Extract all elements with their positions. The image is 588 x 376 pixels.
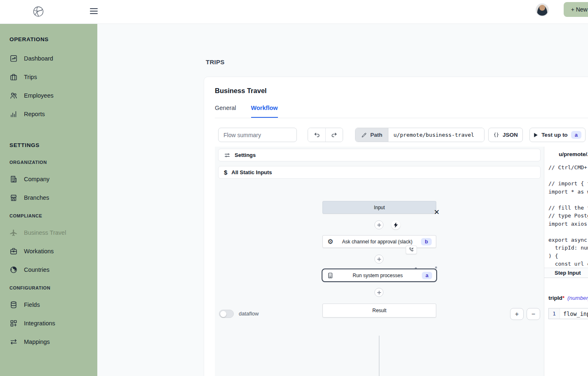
sidebar-item-mappings[interactable]: Mappings	[9, 337, 97, 347]
sidebar-item-label: Company	[24, 176, 49, 182]
sidebar-item-integrations[interactable]: Integrations	[9, 318, 97, 328]
flow-node-input[interactable]: Input	[322, 201, 436, 214]
user-avatar[interactable]	[536, 3, 549, 16]
app-root: + New Wor OPERATIONS Dashboard Trips Emp…	[0, 0, 588, 376]
sidebar-item-label: Employees	[24, 92, 54, 99]
path-input[interactable]	[388, 128, 484, 142]
plus-icon	[377, 223, 381, 227]
expr-editor[interactable]: 1 flow_input.tripId	[548, 308, 588, 319]
test-up-to-button[interactable]: Test up to a	[529, 128, 586, 142]
sidebar-item-employees[interactable]: Employees	[9, 91, 97, 100]
sidebar-subheading-organization: ORGANIZATION	[9, 160, 97, 165]
zoom-in-button[interactable]: +	[510, 308, 524, 320]
step-path: u/premote/...	[559, 151, 588, 157]
step-badge: a	[571, 131, 581, 139]
dataflow-toggle-label: dataflow	[239, 311, 259, 317]
plus-icon	[377, 290, 381, 295]
sidebar-item-trips[interactable]: Trips	[9, 72, 97, 82]
path-field-group: Path	[355, 128, 485, 142]
sidebar-subheading-compliance: COMPLIANCE	[9, 213, 97, 218]
sidebar-item-countries[interactable]: Countries	[9, 265, 97, 275]
dollar-icon: $	[224, 169, 227, 176]
step-panel-tabs: Step Input Test this step Advanced	[544, 268, 588, 278]
sidebar-item-label: Trips	[24, 74, 37, 80]
sidebar-item-branches[interactable]: Branches	[9, 193, 97, 203]
flow-node-result[interactable]: Result	[322, 304, 436, 318]
page-tabs: General Workflow	[215, 105, 278, 118]
editor-header: u/premote/... hash	[544, 147, 588, 161]
sidebar-item-fields[interactable]: Fields	[9, 300, 97, 310]
step-badge: a	[422, 272, 432, 279]
sidebar-subheading-configuration: CONFIGURATION	[9, 285, 97, 290]
play-icon	[534, 133, 538, 138]
flow-settings-row[interactable]: Settings	[218, 149, 541, 161]
step-badge: b	[421, 238, 432, 245]
script-icon	[327, 272, 334, 279]
history-buttons	[308, 128, 343, 142]
top-header: + New Wor	[0, 0, 588, 24]
tab-workflow[interactable]: Workflow	[251, 105, 278, 118]
arg-name: tripId*	[548, 295, 564, 301]
tab-step-input[interactable]: Step Input	[555, 270, 581, 276]
sidebar: OPERATIONS Dashboard Trips Employees Rep…	[0, 24, 97, 376]
undo-button[interactable]	[308, 128, 325, 142]
tab-general[interactable]: General	[215, 105, 236, 118]
breadcrumb: TRIPS	[206, 58, 225, 65]
sidebar-item-business-travel[interactable]: Business Travel	[9, 228, 97, 238]
code-editor[interactable]: // Ctrl/CMD+. to cache dependencies on i…	[548, 163, 588, 268]
sidebar-item-label: Mappings	[24, 339, 50, 345]
gear-icon: ⚙	[327, 238, 333, 245]
redo-button[interactable]	[325, 128, 343, 142]
sidebar-item-company[interactable]: Company	[9, 174, 97, 184]
sidebar-item-label: Branches	[24, 194, 49, 201]
tabs-divider	[215, 118, 588, 118]
zoom-out-button[interactable]: −	[527, 308, 540, 320]
expr-value[interactable]: flow_input.tripId	[560, 308, 588, 319]
sidebar-item-dashboard[interactable]: Dashboard	[9, 54, 97, 63]
add-step-button[interactable]	[374, 255, 383, 264]
sidebar-item-workations[interactable]: Workations	[9, 246, 97, 256]
sidebar-item-label: Countries	[24, 266, 49, 273]
path-edit-button[interactable]: Path	[355, 128, 388, 142]
menu-icon[interactable]	[90, 8, 98, 16]
sidebar-heading-settings: SETTINGS	[9, 142, 97, 148]
sidebar-item-label: Workations	[24, 248, 54, 255]
sidebar-item-label: Business Travel	[24, 229, 66, 236]
sidebar-item-label: Dashboard	[24, 55, 53, 62]
add-step-button[interactable]	[374, 220, 383, 229]
flow-static-inputs-row[interactable]: $ All Static Inputs	[218, 166, 541, 179]
sidebar-heading-operations: OPERATIONS	[9, 36, 97, 42]
plus-icon	[377, 257, 381, 262]
main-content: TRIPS Business Travel General Workflow P…	[97, 24, 588, 376]
sidebar-item-label: Reports	[24, 111, 45, 117]
node-handle-dot	[435, 266, 437, 269]
pencil-icon	[361, 132, 367, 138]
sidebar-item-label: Fields	[24, 301, 40, 308]
close-icon[interactable]: ✕	[434, 209, 440, 216]
app-logo-icon	[32, 5, 45, 18]
suspend-phone-icon	[406, 245, 417, 254]
new-workflow-button[interactable]: + New Wor	[564, 2, 588, 17]
braces-icon	[493, 132, 499, 138]
arg-type: (number)	[567, 295, 588, 301]
required-mark: *	[562, 295, 564, 301]
flow-node-approval[interactable]: ⚙ Ask channel for approval (slack) b	[322, 235, 436, 248]
dataflow-toggle[interactable]	[219, 310, 234, 318]
arg-row-tripid: tripId* (number) Static <>	[548, 292, 588, 304]
flow-summary-input[interactable]	[218, 128, 297, 142]
step-editor-panel: u/premote/... hash // Ctrl/CMD+. to cach…	[544, 147, 588, 376]
line-number: 1	[549, 308, 560, 319]
flow-connector-line	[379, 336, 379, 376]
trigger-button[interactable]	[391, 220, 400, 229]
flow-node-run-system[interactable]: Run system processes a	[322, 269, 437, 282]
sidebar-item-reports[interactable]: Reports	[9, 109, 97, 119]
json-button[interactable]: JSON	[488, 128, 523, 142]
flow-canvas[interactable]: Settings $ All Static Inputs dataflow + …	[215, 147, 544, 376]
sidebar-item-label: Integrations	[24, 320, 55, 327]
page-title: Business Travel	[215, 87, 267, 95]
sliders-icon	[224, 152, 230, 159]
add-step-button[interactable]	[374, 288, 383, 297]
lightning-icon	[393, 222, 398, 228]
